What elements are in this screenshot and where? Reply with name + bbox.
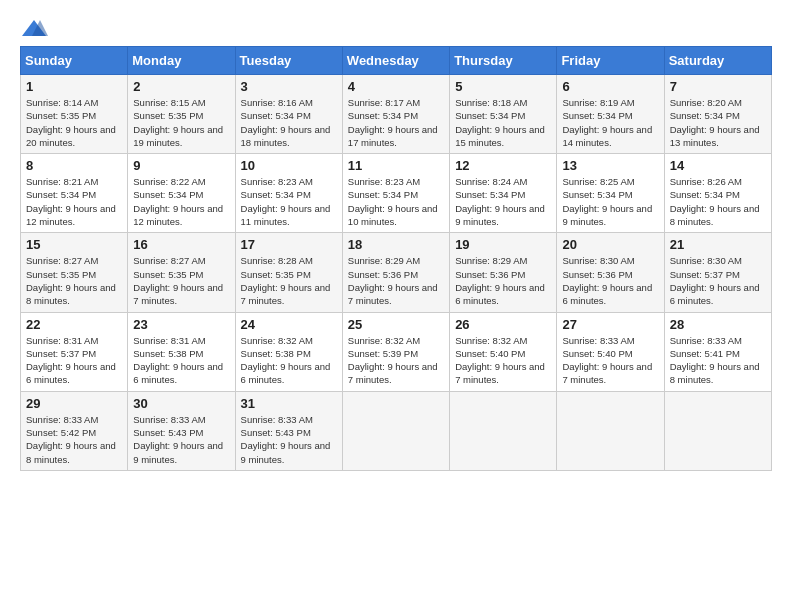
day-number: 30 xyxy=(133,396,230,411)
day-info: Sunrise: 8:17 AM Sunset: 5:34 PM Dayligh… xyxy=(348,96,445,149)
calendar-cell xyxy=(557,391,664,470)
calendar-cell: 7 Sunrise: 8:20 AM Sunset: 5:34 PM Dayli… xyxy=(664,75,771,154)
day-info: Sunrise: 8:26 AM Sunset: 5:34 PM Dayligh… xyxy=(670,175,767,228)
day-info: Sunrise: 8:32 AM Sunset: 5:39 PM Dayligh… xyxy=(348,334,445,387)
day-number: 11 xyxy=(348,158,445,173)
calendar-cell: 17 Sunrise: 8:28 AM Sunset: 5:35 PM Dayl… xyxy=(235,233,342,312)
calendar-week-1: 1 Sunrise: 8:14 AM Sunset: 5:35 PM Dayli… xyxy=(21,75,772,154)
day-info: Sunrise: 8:27 AM Sunset: 5:35 PM Dayligh… xyxy=(133,254,230,307)
day-number: 6 xyxy=(562,79,659,94)
calendar-cell: 29 Sunrise: 8:33 AM Sunset: 5:42 PM Dayl… xyxy=(21,391,128,470)
day-number: 2 xyxy=(133,79,230,94)
calendar-week-5: 29 Sunrise: 8:33 AM Sunset: 5:42 PM Dayl… xyxy=(21,391,772,470)
day-number: 27 xyxy=(562,317,659,332)
header-cell-thursday: Thursday xyxy=(450,47,557,75)
calendar-cell: 10 Sunrise: 8:23 AM Sunset: 5:34 PM Dayl… xyxy=(235,154,342,233)
logo xyxy=(20,18,52,40)
header-cell-wednesday: Wednesday xyxy=(342,47,449,75)
calendar-cell: 8 Sunrise: 8:21 AM Sunset: 5:34 PM Dayli… xyxy=(21,154,128,233)
day-info: Sunrise: 8:22 AM Sunset: 5:34 PM Dayligh… xyxy=(133,175,230,228)
calendar-cell: 15 Sunrise: 8:27 AM Sunset: 5:35 PM Dayl… xyxy=(21,233,128,312)
calendar-week-3: 15 Sunrise: 8:27 AM Sunset: 5:35 PM Dayl… xyxy=(21,233,772,312)
header-cell-saturday: Saturday xyxy=(664,47,771,75)
calendar-cell xyxy=(664,391,771,470)
day-number: 22 xyxy=(26,317,123,332)
day-number: 29 xyxy=(26,396,123,411)
calendar-cell: 3 Sunrise: 8:16 AM Sunset: 5:34 PM Dayli… xyxy=(235,75,342,154)
calendar-cell: 6 Sunrise: 8:19 AM Sunset: 5:34 PM Dayli… xyxy=(557,75,664,154)
calendar-cell: 22 Sunrise: 8:31 AM Sunset: 5:37 PM Dayl… xyxy=(21,312,128,391)
day-info: Sunrise: 8:29 AM Sunset: 5:36 PM Dayligh… xyxy=(455,254,552,307)
day-info: Sunrise: 8:24 AM Sunset: 5:34 PM Dayligh… xyxy=(455,175,552,228)
calendar-cell: 28 Sunrise: 8:33 AM Sunset: 5:41 PM Dayl… xyxy=(664,312,771,391)
calendar-cell: 20 Sunrise: 8:30 AM Sunset: 5:36 PM Dayl… xyxy=(557,233,664,312)
day-info: Sunrise: 8:20 AM Sunset: 5:34 PM Dayligh… xyxy=(670,96,767,149)
day-info: Sunrise: 8:32 AM Sunset: 5:40 PM Dayligh… xyxy=(455,334,552,387)
header xyxy=(20,18,772,40)
day-number: 20 xyxy=(562,237,659,252)
header-cell-friday: Friday xyxy=(557,47,664,75)
day-info: Sunrise: 8:15 AM Sunset: 5:35 PM Dayligh… xyxy=(133,96,230,149)
day-info: Sunrise: 8:28 AM Sunset: 5:35 PM Dayligh… xyxy=(241,254,338,307)
header-cell-tuesday: Tuesday xyxy=(235,47,342,75)
day-info: Sunrise: 8:33 AM Sunset: 5:42 PM Dayligh… xyxy=(26,413,123,466)
calendar-week-4: 22 Sunrise: 8:31 AM Sunset: 5:37 PM Dayl… xyxy=(21,312,772,391)
day-number: 28 xyxy=(670,317,767,332)
calendar-cell: 26 Sunrise: 8:32 AM Sunset: 5:40 PM Dayl… xyxy=(450,312,557,391)
calendar-cell: 24 Sunrise: 8:32 AM Sunset: 5:38 PM Dayl… xyxy=(235,312,342,391)
calendar-header-row: SundayMondayTuesdayWednesdayThursdayFrid… xyxy=(21,47,772,75)
calendar-cell: 2 Sunrise: 8:15 AM Sunset: 5:35 PM Dayli… xyxy=(128,75,235,154)
header-cell-monday: Monday xyxy=(128,47,235,75)
calendar-cell: 1 Sunrise: 8:14 AM Sunset: 5:35 PM Dayli… xyxy=(21,75,128,154)
day-info: Sunrise: 8:25 AM Sunset: 5:34 PM Dayligh… xyxy=(562,175,659,228)
calendar-cell: 5 Sunrise: 8:18 AM Sunset: 5:34 PM Dayli… xyxy=(450,75,557,154)
calendar-cell: 4 Sunrise: 8:17 AM Sunset: 5:34 PM Dayli… xyxy=(342,75,449,154)
logo-icon xyxy=(20,18,48,40)
day-number: 8 xyxy=(26,158,123,173)
calendar-cell xyxy=(342,391,449,470)
calendar-week-2: 8 Sunrise: 8:21 AM Sunset: 5:34 PM Dayli… xyxy=(21,154,772,233)
day-number: 1 xyxy=(26,79,123,94)
day-info: Sunrise: 8:16 AM Sunset: 5:34 PM Dayligh… xyxy=(241,96,338,149)
day-number: 4 xyxy=(348,79,445,94)
day-info: Sunrise: 8:30 AM Sunset: 5:37 PM Dayligh… xyxy=(670,254,767,307)
day-number: 13 xyxy=(562,158,659,173)
day-number: 31 xyxy=(241,396,338,411)
day-info: Sunrise: 8:33 AM Sunset: 5:43 PM Dayligh… xyxy=(241,413,338,466)
calendar-cell: 19 Sunrise: 8:29 AM Sunset: 5:36 PM Dayl… xyxy=(450,233,557,312)
day-number: 17 xyxy=(241,237,338,252)
calendar-cell: 27 Sunrise: 8:33 AM Sunset: 5:40 PM Dayl… xyxy=(557,312,664,391)
day-number: 21 xyxy=(670,237,767,252)
calendar-cell: 14 Sunrise: 8:26 AM Sunset: 5:34 PM Dayl… xyxy=(664,154,771,233)
calendar-cell: 21 Sunrise: 8:30 AM Sunset: 5:37 PM Dayl… xyxy=(664,233,771,312)
day-number: 25 xyxy=(348,317,445,332)
calendar-cell: 31 Sunrise: 8:33 AM Sunset: 5:43 PM Dayl… xyxy=(235,391,342,470)
header-cell-sunday: Sunday xyxy=(21,47,128,75)
calendar-cell xyxy=(450,391,557,470)
day-info: Sunrise: 8:19 AM Sunset: 5:34 PM Dayligh… xyxy=(562,96,659,149)
day-info: Sunrise: 8:31 AM Sunset: 5:37 PM Dayligh… xyxy=(26,334,123,387)
day-info: Sunrise: 8:33 AM Sunset: 5:41 PM Dayligh… xyxy=(670,334,767,387)
day-number: 23 xyxy=(133,317,230,332)
day-number: 7 xyxy=(670,79,767,94)
day-info: Sunrise: 8:21 AM Sunset: 5:34 PM Dayligh… xyxy=(26,175,123,228)
calendar-cell: 25 Sunrise: 8:32 AM Sunset: 5:39 PM Dayl… xyxy=(342,312,449,391)
calendar-cell: 11 Sunrise: 8:23 AM Sunset: 5:34 PM Dayl… xyxy=(342,154,449,233)
day-number: 9 xyxy=(133,158,230,173)
day-number: 18 xyxy=(348,237,445,252)
day-number: 14 xyxy=(670,158,767,173)
calendar-cell: 30 Sunrise: 8:33 AM Sunset: 5:43 PM Dayl… xyxy=(128,391,235,470)
day-number: 16 xyxy=(133,237,230,252)
day-number: 24 xyxy=(241,317,338,332)
day-info: Sunrise: 8:29 AM Sunset: 5:36 PM Dayligh… xyxy=(348,254,445,307)
calendar-cell: 12 Sunrise: 8:24 AM Sunset: 5:34 PM Dayl… xyxy=(450,154,557,233)
day-number: 10 xyxy=(241,158,338,173)
day-number: 3 xyxy=(241,79,338,94)
calendar-cell: 9 Sunrise: 8:22 AM Sunset: 5:34 PM Dayli… xyxy=(128,154,235,233)
day-number: 12 xyxy=(455,158,552,173)
calendar-cell: 16 Sunrise: 8:27 AM Sunset: 5:35 PM Dayl… xyxy=(128,233,235,312)
day-info: Sunrise: 8:33 AM Sunset: 5:40 PM Dayligh… xyxy=(562,334,659,387)
day-info: Sunrise: 8:32 AM Sunset: 5:38 PM Dayligh… xyxy=(241,334,338,387)
calendar-cell: 23 Sunrise: 8:31 AM Sunset: 5:38 PM Dayl… xyxy=(128,312,235,391)
day-number: 5 xyxy=(455,79,552,94)
